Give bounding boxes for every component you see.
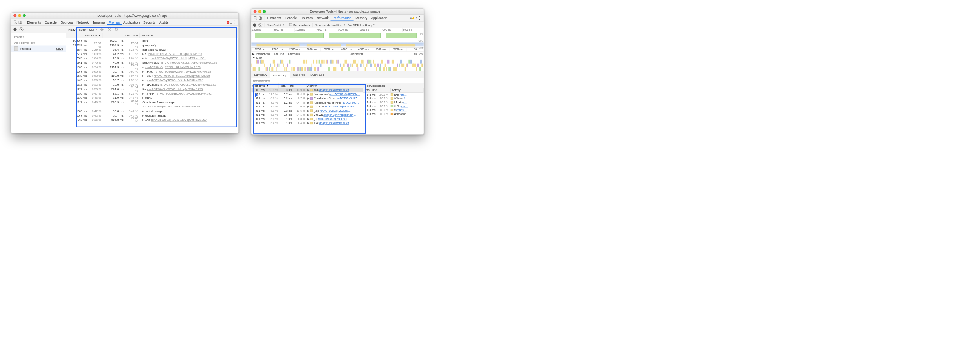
heaviest-row[interactable]: 0.3 ms100.0 %iiI.Ga rs=… <box>363 104 424 108</box>
profile-row[interactable]: 15.8 ms0.62 %180.0 ms7.04 %▶F1e.Rrs=ACT9… <box>66 74 239 78</box>
source-link[interactable]: rs=ACT90oGqRZGGx… <box>330 93 360 96</box>
close-window-icon[interactable] <box>13 14 16 17</box>
save-link[interactable]: Save <box>56 47 63 50</box>
device-toggle-icon[interactable] <box>258 16 263 21</box>
close-icon[interactable] <box>107 27 112 32</box>
subtab-call-tree[interactable]: Call Tree <box>290 71 308 78</box>
profile-row[interactable]: 14.3 ms0.56 %39.7 ms1.55 %▶drs=ACT90oGqR… <box>66 78 239 82</box>
profile-row[interactable]: 1202.9 ms47.04 %1202.9 ms47.04 %(program… <box>66 43 239 47</box>
source-link[interactable]: /maps… <box>396 108 407 111</box>
screenshots-checkbox[interactable]: Screenshots <box>289 23 310 27</box>
flame-chart[interactable]: ▶ Interactions Ani…ion Animation Animati… <box>251 52 424 71</box>
tab-network[interactable]: Network <box>315 16 331 20</box>
focus-icon[interactable] <box>100 27 105 32</box>
bottom-up-row[interactable]: 0.3 ms13.9 %0.3 ms13.9 %▶aKb /maps/_/js/… <box>251 88 363 93</box>
network-throttle-select[interactable]: No network throttling▼ <box>315 23 346 26</box>
source-link[interactable]: rs=ACT90oGqRZGGxuWo-z8B… <box>319 109 352 113</box>
col-total-time[interactable]: Total Time <box>363 88 391 93</box>
profile-row[interactable]: 10.7 ms0.42 %10.7 ms0.42 %▶texSubImage2D <box>66 113 239 117</box>
traffic-lights[interactable] <box>13 14 25 17</box>
view-mode-select[interactable]: Heavy (Bottom Up)▼ <box>68 27 98 31</box>
interactions-track[interactable]: ▶ Interactions Ani…ion Animation Animati… <box>251 52 424 56</box>
profile-row[interactable]: 19.0 ms0.74 %1151.3 ms45.02 %crs=ACT90oG… <box>66 65 239 69</box>
profile-row[interactable]: 19.1 ms0.75 %46.6 ms1.82 %(anonymous)rs=… <box>66 60 239 65</box>
bottom-up-rows[interactable]: 0.3 ms13.9 %0.3 ms13.9 %▶aKb /maps/_/js/… <box>251 88 363 135</box>
col-self-time[interactable]: Self Time ▼ <box>66 33 103 38</box>
tab-network[interactable]: Network <box>74 20 91 24</box>
profile-rows[interactable]: 9626.7 ms9626.7 ms(idle)1202.9 ms47.04 %… <box>66 38 239 133</box>
clear-button[interactable] <box>20 27 24 31</box>
overview-pane[interactable]: 1000ms2000 ms3000 ms4000 ms5000 ms6000 m… <box>251 28 424 47</box>
kebab-menu-icon[interactable]: ⋮ <box>417 16 422 21</box>
lang-select[interactable]: JavaScript▼ <box>267 23 285 26</box>
zoom-window-icon[interactable] <box>23 14 26 17</box>
close-window-icon[interactable] <box>254 10 257 13</box>
source-link[interactable]: /… <box>403 101 407 104</box>
record-button[interactable] <box>253 23 256 26</box>
source-link[interactable]: rs=ACT90oGqRZGG…VKUIqM95Hw:389 <box>147 78 203 82</box>
col-total-time[interactable]: Total Time <box>279 83 306 88</box>
col-activity[interactable]: Activity <box>306 83 363 88</box>
tab-sources[interactable]: Sources <box>299 16 315 20</box>
col-activity[interactable]: Activity <box>391 88 424 93</box>
bottom-up-row[interactable]: 0.1 ms6.8 %0.6 ms34.1 %▶VJb.wa /maps/_/j… <box>251 113 363 117</box>
profile-item[interactable]: Profile 1 Save <box>11 46 66 52</box>
profile-row[interactable]: 58.4 ms2.29 %58.4 ms2.29 %(garbage colle… <box>66 47 239 51</box>
source-link[interactable]: /maps/_/js/k=maps.m.en.ye… <box>323 113 356 117</box>
main-track[interactable]: ▼ Main <box>251 56 424 60</box>
tab-security[interactable]: Security <box>142 20 157 24</box>
col-function[interactable]: Function <box>140 33 238 38</box>
tab-application[interactable]: Application <box>122 20 142 24</box>
titlebar[interactable]: Developer Tools - https://www.google.com… <box>11 13 239 18</box>
heaviest-row[interactable]: 0.3 ms100.0 %LJb.Aa /… <box>363 100 424 104</box>
tab-console[interactable]: Console <box>283 16 299 20</box>
device-toggle-icon[interactable] <box>18 20 23 25</box>
bottom-up-row[interactable]: 0.2 ms13.2 %0.7 ms38.4 %▶(anonymous) rs=… <box>251 92 363 97</box>
subtab-bottom-up[interactable]: Bottom-Up <box>270 71 290 78</box>
heaviest-rows[interactable]: 0.3 ms100.0 %aKb /ma…0.3 ms100.0 %VJb.wa… <box>363 93 424 116</box>
inspect-icon[interactable] <box>13 20 18 25</box>
profile-row[interactable]: 11.9 ms0.46 %11.9 ms0.46 %▶atan2 <box>66 96 239 100</box>
profile-row[interactable]: 16.7 ms0.65 %16.7 ms0.65 %▶_.H.ogrs=ACT9… <box>66 69 239 73</box>
source-link[interactable]: rs=ACT90oGqRZGGxuWo-z8BL… <box>318 118 351 121</box>
source-link[interactable]: rs=ACT90oGqRZGG…KUIqM95Hw:1807 <box>151 118 207 122</box>
bottom-up-row[interactable]: 0.1 ms6.8 %0.3 ms13.6 %▶_.zp rs=ACT90oGq… <box>251 109 363 113</box>
record-button[interactable] <box>13 27 16 31</box>
tab-audits[interactable]: Audits <box>157 20 170 24</box>
profile-row[interactable]: 13.2 ms0.52 %15.0 ms0.59 %▶_.gK.indexrs=… <box>66 82 239 87</box>
source-link[interactable]: rs=ACT90oGqRZGGxuWo… <box>325 105 358 108</box>
source-link[interactable]: /… <box>404 97 407 100</box>
tab-console[interactable]: Console <box>43 20 59 24</box>
inspect-icon[interactable] <box>253 16 258 21</box>
tab-sources[interactable]: Sources <box>59 20 75 24</box>
clear-button[interactable] <box>258 23 262 27</box>
profile-row[interactable]: 11.7 ms0.46 %506.9 ms19.82 %Oda.b.port1.… <box>66 100 239 104</box>
source-link[interactable]: rs=ACT90oGqRZGG…KUIqM95Hw:1929 <box>145 66 201 69</box>
error-badge[interactable]: ×1 <box>227 20 232 24</box>
profile-row[interactable]: 10.8 ms0.42 %10.8 ms0.42 %▶postMessage <box>66 109 239 113</box>
source-link[interactable]: rs=ACT90o… <box>342 101 359 104</box>
source-link[interactable]: rs=ACT90oGqRZGG…VKUIqM95Hw:838 <box>154 74 210 78</box>
grouping-select[interactable]: No Grouping <box>251 78 424 84</box>
col-total-time[interactable]: Total Time <box>103 33 140 38</box>
kebab-menu-icon[interactable]: ⋮ <box>232 20 237 25</box>
tab-elements[interactable]: Elements <box>25 20 43 24</box>
minimize-window-icon[interactable] <box>18 14 21 17</box>
tab-performance[interactable]: Performance <box>331 16 354 20</box>
tab-memory[interactable]: Memory <box>353 16 369 20</box>
heaviest-row[interactable]: 0.3 ms100.0 %c /maps… <box>363 108 424 112</box>
profile-row[interactable]: 9.3 ms0.36 %505.8 ms19.78 %▶uAbrs=ACT90o… <box>66 118 239 122</box>
heaviest-row[interactable]: 0.3 ms100.0 %VJb.wa /… <box>363 97 424 100</box>
bottom-up-row[interactable]: 0.1 ms7.3 %1.2 ms64.7 %▶Animation Frame … <box>251 100 363 105</box>
source-link[interactable]: /ma… <box>400 93 407 96</box>
subtab-event-log[interactable]: Event Log <box>308 71 327 78</box>
profile-row[interactable]: 12.7 ms0.50 %561.0 ms21.94 %Kars=ACT90oG… <box>66 87 239 91</box>
tab-profiles[interactable]: Profiles <box>107 20 122 24</box>
heaviest-row[interactable]: 0.3 ms100.0 %Animation <box>363 112 424 116</box>
source-link[interactable]: rs=ACT90oGqRZGG…KUIqM95Hw:713 <box>148 52 202 56</box>
warning-badge[interactable]: 6 <box>412 16 417 20</box>
bottom-up-row[interactable]: 0.1 ms7.0 %0.1 ms7.0 %▶_.CG.Da rs=ACT90o… <box>251 105 363 109</box>
tab-timeline[interactable]: Timeline <box>91 20 107 24</box>
titlebar[interactable]: Developer Tools - https://www.google.com… <box>251 9 424 15</box>
subtab-summary[interactable]: Summary <box>251 71 270 78</box>
